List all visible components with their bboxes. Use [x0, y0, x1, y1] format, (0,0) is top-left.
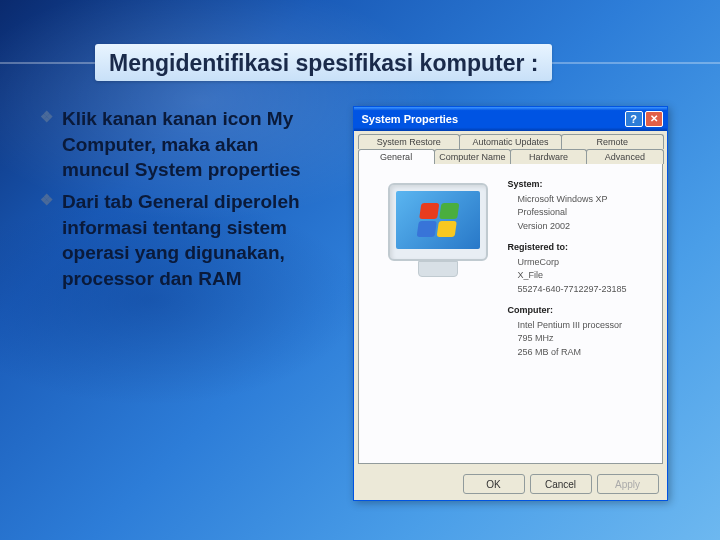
computer-line: 795 MHz: [518, 332, 648, 346]
cancel-button[interactable]: Cancel: [530, 474, 592, 494]
registered-heading: Registered to:: [508, 241, 648, 255]
list-item: Klik kanan kanan icon My Computer, maka …: [40, 106, 320, 183]
ok-button[interactable]: OK: [463, 474, 525, 494]
registered-line: X_File: [518, 269, 648, 283]
apply-button[interactable]: Apply: [597, 474, 659, 494]
windows-flag-icon: [415, 202, 460, 238]
system-line: Professional: [518, 206, 648, 220]
system-line: Version 2002: [518, 220, 648, 234]
window-titlebar[interactable]: System Properties ? ✕: [354, 107, 667, 131]
tab-strip: System Restore Automatic Updates Remote …: [354, 131, 667, 164]
tab-automatic-updates[interactable]: Automatic Updates: [459, 134, 562, 149]
tab-advanced[interactable]: Advanced: [586, 149, 663, 164]
computer-monitor-icon: [378, 183, 498, 288]
list-item: Dari tab General diperoleh informasi ten…: [40, 189, 320, 292]
bullet-list: Klik kanan kanan icon My Computer, maka …: [40, 106, 320, 501]
window-title: System Properties: [362, 113, 459, 125]
slide-title: Mengidentifikasi spesifikasi komputer :: [95, 44, 552, 81]
tab-remote[interactable]: Remote: [561, 134, 664, 149]
tab-general[interactable]: General: [358, 149, 435, 164]
registered-line: UrmeCorp: [518, 256, 648, 270]
computer-line: Intel Pentium III processor: [518, 319, 648, 333]
help-icon[interactable]: ?: [625, 111, 643, 127]
system-properties-window: System Properties ? ✕ System Restore Aut…: [353, 106, 668, 501]
computer-line: 256 MB of RAM: [518, 346, 648, 360]
tab-panel-general: System: Microsoft Windows XP Professiona…: [358, 164, 663, 464]
computer-heading: Computer:: [508, 304, 648, 318]
system-line: Microsoft Windows XP: [518, 193, 648, 207]
tab-hardware[interactable]: Hardware: [510, 149, 587, 164]
slide-title-bar: Mengidentifikasi spesifikasi komputer :: [0, 38, 720, 86]
registered-line: 55274-640-7712297-23185: [518, 283, 648, 297]
system-heading: System:: [508, 178, 648, 192]
tab-computer-name[interactable]: Computer Name: [434, 149, 511, 164]
close-icon[interactable]: ✕: [645, 111, 663, 127]
tab-system-restore[interactable]: System Restore: [358, 134, 461, 149]
dialog-button-row: OK Cancel Apply: [354, 468, 667, 500]
